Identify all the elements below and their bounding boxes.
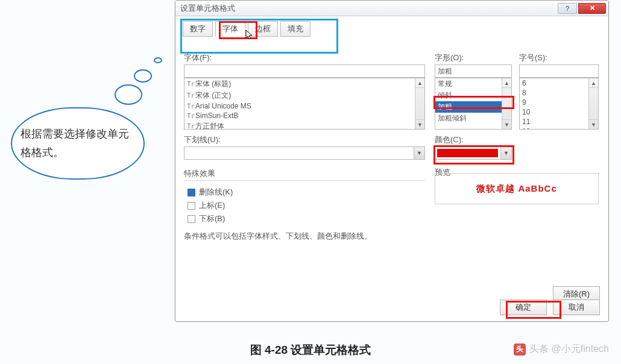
close-button[interactable]: ✕ [578,3,606,14]
effects-label: 特殊效果 [184,168,425,179]
style-item[interactable]: 加粗倾斜 [435,113,511,124]
thought-bubble: 根据需要选择修改单元格格式。 [11,107,145,180]
style-input[interactable]: 加粗 [435,64,512,78]
titlebar[interactable]: 设置单元格格式 ? ✕ [175,1,608,16]
format-cells-dialog: 设置单元格格式 ? ✕ 数字 字体 边框 填充 字体(F): Tr宋体 (标题)… [175,0,609,322]
tab-fill[interactable]: 填充 [280,21,310,37]
color-label: 颜色(C): [435,134,512,145]
checkbox-icon [188,189,195,196]
bubble-dot [154,57,162,63]
scrollbar[interactable]: ▲▼ [502,78,511,129]
font-item[interactable]: 宋体 (正文) [195,91,231,99]
size-item[interactable]: 11 [520,117,598,127]
strike-label: 删除线(K) [199,187,233,198]
dialog-title: 设置单元格格式 [180,3,235,14]
bubble-dot [115,84,142,105]
scrollbar[interactable]: ▲▼ [588,78,598,129]
color-swatch [437,149,498,157]
hint-text: 条件格式可以包括字体样式、下划线、颜色和删除线。 [184,231,372,242]
size-item[interactable]: 10 [520,107,598,117]
superscript-checkbox[interactable]: 上标(E) [188,200,425,211]
style-item[interactable]: 加粗 [435,101,511,113]
super-label: 上标(E) [199,200,225,211]
style-listbox[interactable]: 常规 倾斜 加粗 加粗倾斜 ▲▼ [435,78,512,130]
font-item[interactable]: 方正舒体 [195,122,224,130]
help-button[interactable]: ? [558,3,577,14]
subscript-checkbox[interactable]: 下标(B) [188,213,425,224]
style-label: 字形(O): [435,52,512,63]
font-input[interactable] [184,64,425,78]
bubble-text: 根据需要选择修改单元格格式。 [20,125,135,162]
tab-font[interactable]: 字体 [215,21,245,37]
strike-checkbox[interactable]: 删除线(K) [188,187,425,198]
chevron-down-icon[interactable]: ▼ [414,147,424,159]
size-item[interactable]: 6 [520,78,598,88]
bubble-dot [134,69,152,83]
style-item[interactable]: 倾斜 [435,90,511,101]
checkbox-icon [188,215,195,223]
scrollbar[interactable]: ▲▼ [415,78,424,129]
style-item[interactable]: 常规 [435,78,511,90]
watermark: 头 头条 @小元fintech [514,343,609,356]
sub-label: 下标(B) [199,213,225,224]
font-listbox[interactable]: Tr宋体 (标题) Tr宋体 (正文) TrArial Unicode MS T… [184,78,425,130]
chevron-down-icon[interactable]: ▼ [500,147,511,159]
underline-combo[interactable]: ▼ [184,146,425,160]
tab-border[interactable]: 边框 [248,21,278,37]
font-label: 字体(F): [184,52,425,63]
font-item[interactable]: SimSun-ExtB [195,111,238,120]
ok-button[interactable]: 确定 [500,300,547,315]
size-item[interactable]: 12 [520,127,598,130]
font-item[interactable]: Arial Unicode MS [195,102,251,110]
color-combo[interactable]: ▼ [435,146,512,160]
size-label: 字号(S): [519,52,599,63]
tab-bar: 数字 字体 边框 填充 [183,21,608,42]
preview-text: 微软卓越 AaBbCc [476,183,557,195]
watermark-text: 头条 @小元fintech [529,343,609,356]
size-listbox[interactable]: 6 8 9 10 11 12 ▲▼ [519,78,599,130]
preview-box: 微软卓越 AaBbCc [435,173,599,204]
tab-number[interactable]: 数字 [183,21,213,37]
size-item[interactable]: 9 [520,98,598,107]
underline-label: 下划线(U): [184,134,425,145]
watermark-logo-icon: 头 [514,344,526,356]
size-item[interactable]: 8 [520,88,598,98]
cancel-button[interactable]: 取消 [553,300,600,315]
font-item[interactable]: 宋体 (标题) [195,80,231,88]
checkbox-icon [188,202,195,210]
size-input[interactable] [519,64,599,78]
